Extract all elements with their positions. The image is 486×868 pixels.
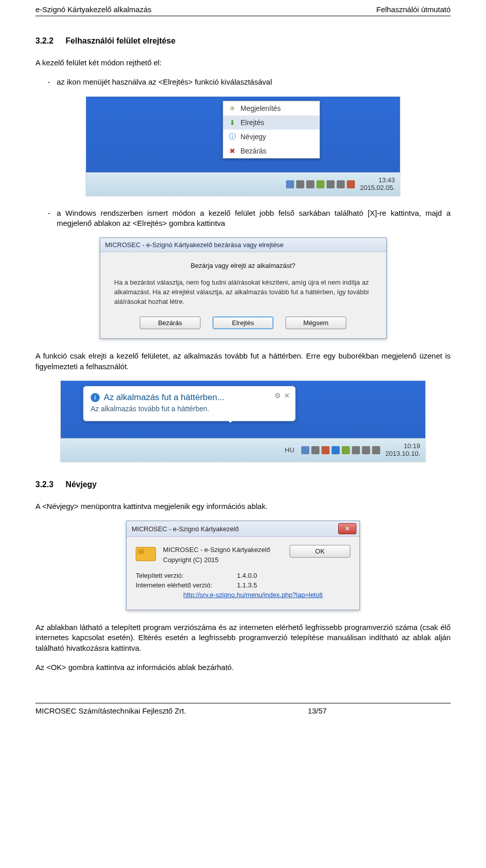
dialog-titlebar: MICROSEC - e-Szignó Kártyakezelő bezárás…	[100, 238, 386, 252]
about-title-text: MICROSEC - e-Szignó Kártyakezelő	[132, 525, 239, 533]
dialog-content: Bezárja vagy elrejti az alkalmazást? Ha …	[100, 252, 386, 311]
net-version-value: 1.1.3.5	[237, 581, 257, 589]
tray-icon[interactable]	[352, 446, 360, 454]
section-322-intro: A kezelő felület két módon rejthető el:	[35, 58, 451, 68]
tray-icon[interactable]	[327, 180, 335, 188]
footer-page: 13/57	[186, 706, 449, 715]
notification-bubble[interactable]: ⚙ ✕ i Az alkalmazás fut a háttérben... A…	[83, 386, 296, 421]
tray-icon[interactable]	[337, 180, 345, 188]
menu-item-show[interactable]: ✳ Megjelenítés	[223, 101, 319, 115]
list-item: a Windows rendszerben ismert módon a kez…	[35, 208, 451, 229]
clock-time: 13:43	[360, 177, 395, 184]
window-close-button[interactable]: ✕	[338, 523, 356, 534]
clock-date: 2013.10.10.	[385, 450, 420, 458]
section-number: 3.2.3	[35, 480, 54, 489]
menu-item-hide[interactable]: ⬇ Elrejtés	[223, 115, 319, 130]
language-indicator[interactable]: HU	[285, 446, 295, 454]
list-item: az ikon menüjét használva az <Elrejtés> …	[35, 77, 451, 87]
bullet-list-1: az ikon menüjét használva az <Elrejtés> …	[35, 77, 451, 87]
section-323-para1: Az ablakban látható a telepített program…	[35, 622, 451, 653]
tray-icon[interactable]	[296, 180, 304, 188]
installed-version-label: Telepített verzió:	[136, 572, 237, 579]
header-rule	[35, 16, 451, 16]
clock-date: 2015.02.05.	[360, 184, 395, 192]
bubble-tools: ⚙ ✕	[274, 391, 290, 400]
section-title-text: Névjegy	[66, 480, 97, 489]
dialog-text: Ha a bezárást választja, nem fog tudni a…	[114, 278, 372, 307]
product-icon	[136, 547, 156, 561]
dialog-question: Bezárja vagy elrejti az alkalmazást?	[114, 261, 372, 271]
info-icon: ⓘ	[228, 133, 236, 141]
close-button[interactable]: Bezárás	[140, 317, 200, 329]
section-323-intro: A <Névjegy> menüpontra kattintva megjele…	[35, 501, 451, 511]
footer-company: MICROSEC Számítástechnikai Fejlesztő Zrt…	[35, 706, 186, 715]
taskbar-clock[interactable]: 13:43 2015.02.05.	[360, 177, 395, 192]
tray-icon[interactable]	[316, 180, 325, 188]
menu-item-about[interactable]: ⓘ Névjegy	[223, 130, 319, 144]
tray-icon[interactable]	[306, 180, 314, 188]
section-322-after: A funkció csak elrejti a kezelő felülete…	[35, 351, 451, 372]
bubble-subtitle: Az alkalmazás tovább fut a háttérben.	[91, 405, 288, 413]
menu-item-label: Elrejtés	[240, 119, 264, 127]
hide-button[interactable]: Elrejtés	[213, 317, 273, 329]
bubble-title-text: Az alkalmazás fut a háttérben...	[104, 392, 224, 403]
ok-button[interactable]: OK	[290, 545, 350, 558]
figure-1: ✳ Megjelenítés ⬇ Elrejtés ⓘ Névjegy ✖ Be…	[35, 97, 451, 196]
footer-rule	[35, 703, 451, 703]
cancel-button[interactable]: Mégsem	[286, 317, 346, 329]
section-number: 3.2.2	[35, 36, 54, 45]
info-icon: i	[91, 393, 100, 402]
tray-icon[interactable]	[311, 446, 319, 454]
tray-icon[interactable]	[372, 446, 380, 454]
tray-icon[interactable]	[342, 446, 350, 454]
tray-icons	[286, 180, 355, 188]
tray-icon[interactable]	[362, 446, 370, 454]
menu-item-label: Névjegy	[240, 133, 266, 141]
figure-4: MICROSEC - e-Szignó Kártyakezelő ✕ MICRO…	[35, 521, 451, 610]
section-title-text: Felhasználói felület elrejtése	[66, 36, 176, 45]
tray-icon[interactable]	[332, 446, 340, 454]
figure-2: MICROSEC - e-Szignó Kártyakezelő bezárás…	[35, 238, 451, 339]
gear-icon[interactable]: ⚙	[274, 391, 281, 400]
show-icon: ✳	[228, 104, 236, 112]
page-footer: MICROSEC Számítástechnikai Fejlesztő Zrt…	[35, 706, 451, 715]
page-header: e-Szignó Kártyakezelő alkalmazás Felhasz…	[35, 5, 451, 16]
tray-icon[interactable]	[321, 446, 330, 454]
product-name: MICROSEC - e-Szignó Kártyakezelő	[163, 545, 282, 555]
menu-item-label: Megjelenítés	[240, 104, 280, 112]
header-right: Felhasználói útmutató	[376, 5, 451, 14]
close-icon[interactable]: ✕	[284, 391, 290, 400]
figure-3: ⚙ ✕ i Az alkalmazás fut a háttérben... A…	[35, 381, 451, 462]
about-titlebar: MICROSEC - e-Szignó Kártyakezelő ✕	[127, 521, 359, 537]
section-323-para2: Az <OK> gombra kattintva az információs …	[35, 662, 451, 673]
installed-version-value: 1.4.0.0	[237, 572, 257, 579]
about-body: MICROSEC - e-Szignó Kártyakezelő Copyrig…	[127, 537, 359, 610]
bubble-title: i Az alkalmazás fut a háttérben...	[91, 392, 288, 403]
clock-time: 10:19	[385, 443, 420, 450]
header-left: e-Szignó Kártyakezelő alkalmazás	[35, 5, 151, 14]
bullet-list-2: a Windows rendszerben ismert módon a kez…	[35, 208, 451, 229]
tray-context-menu: ✳ Megjelenítés ⬇ Elrejtés ⓘ Névjegy ✖ Be…	[223, 101, 320, 159]
menu-item-close[interactable]: ✖ Bezárás	[223, 144, 319, 158]
tray-icon[interactable]	[301, 446, 309, 454]
tray-icon[interactable]	[286, 180, 294, 188]
net-version-label: Interneten elérhető verzió:	[136, 581, 237, 589]
taskbar-clock[interactable]: 10:19 2013.10.10.	[385, 443, 420, 458]
hide-icon: ⬇	[228, 119, 236, 127]
taskbar-1: 13:43 2015.02.05.	[86, 172, 400, 196]
download-link[interactable]: http://srv.e-szigno.hu/menu/index.php?la…	[183, 591, 322, 599]
tray-icon[interactable]	[347, 180, 355, 188]
taskbar-2: HU 10:19 2013.10.10.	[61, 438, 425, 462]
section-323-title: 3.2.3Névjegy	[35, 480, 451, 489]
close-icon: ✖	[228, 147, 236, 155]
section-322-title: 3.2.2Felhasználói felület elrejtése	[35, 36, 451, 46]
product-copyright: Copyright (C) 2015	[163, 555, 282, 565]
dialog-buttons: Bezárás Elrejtés Mégsem	[100, 311, 386, 338]
tray-icons	[301, 446, 380, 454]
menu-item-label: Bezárás	[240, 147, 266, 155]
